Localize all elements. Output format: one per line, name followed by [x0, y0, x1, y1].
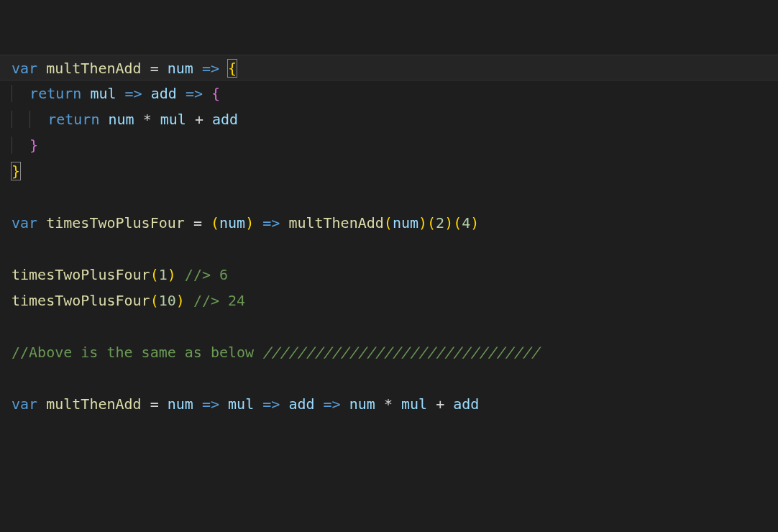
token-id: mul	[401, 395, 427, 413]
token-op	[176, 266, 185, 283]
token-op	[444, 395, 453, 413]
token-op: =	[193, 214, 202, 231]
code-line[interactable]: return mul => add => {	[12, 81, 778, 106]
token-op	[134, 111, 143, 128]
code-line[interactable]	[12, 313, 778, 339]
token-op	[393, 395, 401, 413]
token-kw: var	[12, 214, 46, 231]
code-line[interactable]: var multThenAdd = num => mul => add => n…	[12, 391, 778, 417]
token-num: 4	[462, 214, 470, 231]
token-pnY: )	[245, 214, 254, 231]
token-fn: multThenAdd	[46, 395, 141, 413]
token-pnY: )	[176, 292, 185, 309]
code-line[interactable]: return num * mul + add	[12, 106, 778, 132]
token-fn: multThenAdd	[288, 214, 383, 231]
token-pnP: }	[29, 137, 38, 154]
token-id: add	[453, 395, 479, 413]
token-op	[375, 395, 384, 413]
token-op	[152, 111, 160, 128]
token-kw: var	[12, 60, 46, 77]
code-line[interactable]	[12, 365, 778, 391]
token-op	[203, 85, 211, 102]
token-num: 10	[159, 292, 176, 309]
token-id: add	[151, 85, 177, 102]
token-kw: return	[47, 111, 108, 128]
token-id: num	[393, 214, 418, 231]
token-cm: //Above is the same as below	[12, 344, 262, 361]
token-op	[185, 292, 193, 309]
code-line[interactable]: //Above is the same as below ///////////…	[12, 339, 778, 365]
token-op	[116, 85, 125, 102]
code-editor[interactable]: var multThenAdd = num => { return mul =>…	[0, 0, 778, 417]
token-op	[193, 395, 202, 413]
token-pnY: )	[444, 214, 453, 231]
token-op	[193, 60, 202, 77]
token-op	[142, 395, 150, 413]
token-num: 2	[436, 214, 444, 231]
token-pnY: (	[384, 214, 393, 231]
token-kw: =>	[125, 85, 142, 102]
token-id: mul	[228, 395, 254, 413]
code-line[interactable]: timesTwoPlusFour(10) //> 24	[12, 288, 778, 313]
token-id: add	[212, 111, 238, 128]
token-pnY: }	[11, 162, 21, 180]
token-op	[280, 214, 288, 231]
token-kw: =>	[186, 85, 203, 102]
token-kw: return	[29, 85, 90, 102]
token-op	[159, 60, 168, 77]
code-line[interactable]: }	[12, 132, 778, 158]
token-pnY: (	[453, 214, 462, 231]
token-kw: =>	[202, 395, 219, 413]
token-op	[219, 395, 228, 413]
token-fn: multThenAdd	[46, 60, 141, 77]
token-op: +	[195, 111, 203, 128]
token-pnY: (	[150, 292, 159, 309]
token-op	[254, 395, 262, 413]
token-pnP: {	[211, 85, 220, 102]
token-fn: timesTwoPlusFour	[12, 292, 150, 309]
token-op	[280, 395, 288, 413]
token-kw: =>	[262, 214, 280, 231]
indent-guide	[12, 137, 29, 154]
token-op: *	[384, 395, 393, 413]
code-line[interactable]: var timesTwoPlusFour = (num) => multThen…	[12, 210, 778, 236]
token-id: num	[219, 214, 245, 231]
token-op	[202, 214, 211, 231]
code-line[interactable]	[12, 184, 778, 210]
token-cm: //> 24	[193, 292, 245, 309]
token-op	[203, 111, 212, 128]
token-fn: timesTwoPlusFour	[12, 266, 150, 283]
token-pnY: {	[227, 59, 237, 78]
code-line[interactable]	[12, 236, 778, 262]
token-op	[315, 395, 324, 413]
token-op: +	[436, 395, 444, 413]
code-line[interactable]: var multThenAdd = num => {	[0, 55, 778, 81]
token-kw: =>	[262, 395, 280, 413]
token-pnY: )	[470, 214, 479, 231]
token-id: mul	[90, 85, 116, 102]
token-kw: =>	[324, 395, 341, 413]
token-kw: var	[12, 395, 46, 413]
token-op	[142, 60, 150, 77]
token-op	[142, 85, 151, 102]
code-line[interactable]: }	[12, 158, 778, 184]
indent-guide	[29, 111, 47, 128]
token-op	[177, 85, 186, 102]
token-op: =	[150, 395, 159, 413]
token-pnY: )	[418, 214, 427, 231]
token-id: num	[108, 111, 134, 128]
token-num: 1	[159, 266, 168, 283]
token-op	[159, 395, 168, 413]
token-op: *	[143, 111, 152, 128]
token-pnY: (	[427, 214, 436, 231]
token-pnY: (	[150, 266, 159, 283]
token-op	[341, 395, 349, 413]
code-line[interactable]: timesTwoPlusFour(1) //> 6	[12, 262, 778, 288]
token-cm: //> 6	[185, 266, 228, 283]
token-kw: =>	[202, 60, 219, 77]
token-op	[186, 111, 195, 128]
token-cm: ////////////////////////////////	[262, 344, 539, 361]
token-id: num	[349, 395, 375, 413]
token-fn: timesTwoPlusFour	[46, 214, 185, 231]
indent-guide	[12, 111, 29, 128]
